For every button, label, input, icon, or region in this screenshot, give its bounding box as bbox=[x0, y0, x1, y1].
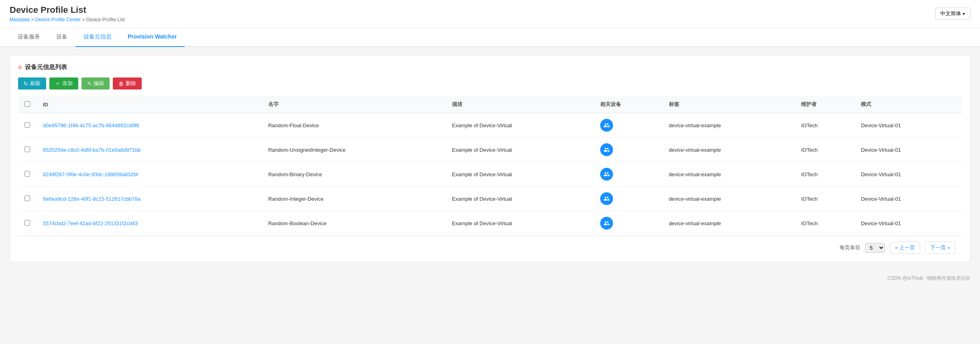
per-page-select[interactable]: 5 10 20 bbox=[865, 243, 885, 253]
next-page-button[interactable]: 下一页 » bbox=[925, 242, 956, 254]
row-checkbox-cell bbox=[18, 162, 37, 187]
row-model: Device-Virtual-01 bbox=[854, 162, 962, 187]
row-maintainer: IOTech bbox=[795, 187, 854, 211]
row-description: Example of Device-Virtual bbox=[446, 187, 594, 211]
tab-bar: 设备服务 设备 设备元信息 Provision Watcher bbox=[0, 28, 980, 47]
row-checkbox-cell bbox=[18, 113, 37, 138]
table-row: 8520256e-c8c0-4d6f-ba7b-01e0a8d971bb Ran… bbox=[18, 138, 962, 162]
row-model: Device-Virtual-01 bbox=[854, 211, 962, 236]
footer: CSDN @IoTHub · 物联网开源技术社区 bbox=[0, 270, 980, 287]
header-related-device: 相关设备 bbox=[594, 96, 662, 113]
row-checkbox-4[interactable] bbox=[24, 220, 30, 226]
row-checkbox-3[interactable] bbox=[24, 195, 30, 201]
related-device-icon-btn-3[interactable] bbox=[600, 192, 613, 205]
row-id: 6e6ea9cd-226e-40f1-8c15-512617cbb78a bbox=[37, 187, 262, 211]
page-title: Device Profile List bbox=[10, 5, 125, 15]
prev-page-button[interactable]: « 上一页 bbox=[890, 242, 920, 254]
breadcrumb-current: Device Profile List bbox=[86, 17, 125, 22]
header-description: 描述 bbox=[446, 96, 594, 113]
header-name: 名字 bbox=[262, 96, 446, 113]
row-checkbox-cell bbox=[18, 187, 37, 211]
language-button[interactable]: 中文简体 bbox=[935, 8, 970, 20]
main-content: ≡ 设备元信息列表 ↻ 刷新 ＋ 添加 ✎ 编辑 🗑 删除 bbox=[0, 47, 980, 270]
table-header-row: ID 名字 描述 相关设备 标签 维护者 模式 bbox=[18, 96, 962, 113]
refresh-icon: ↻ bbox=[24, 81, 28, 87]
related-device-icon-btn-1[interactable] bbox=[600, 143, 613, 156]
tab-device[interactable]: 设备 bbox=[48, 28, 75, 47]
row-id: 8249f287-5f0e-4c0e-93dc-188659a832bf bbox=[37, 162, 262, 187]
row-name: Random-Boolean-Device bbox=[262, 211, 446, 236]
edit-icon: ✎ bbox=[87, 81, 92, 87]
related-device-icon-btn-2[interactable] bbox=[600, 168, 613, 181]
title-area: Device Profile List Metadata > Device Pr… bbox=[10, 5, 125, 22]
users-icon bbox=[603, 147, 610, 153]
toolbar: ↻ 刷新 ＋ 添加 ✎ 编辑 🗑 删除 bbox=[18, 77, 962, 90]
row-description: Example of Device-Virtual bbox=[446, 113, 594, 138]
row-checkbox-cell bbox=[18, 138, 37, 162]
header-model: 模式 bbox=[854, 96, 962, 113]
related-device-icon-btn-4[interactable] bbox=[600, 217, 613, 230]
row-maintainer: IOTech bbox=[795, 162, 854, 187]
users-icon bbox=[603, 171, 610, 177]
breadcrumb-device-profile-center[interactable]: Device Profile Center bbox=[35, 17, 81, 22]
users-icon bbox=[603, 220, 610, 226]
table-row: 5574cbd2-7eef-42ad-8f22-251331f2cd43 Ran… bbox=[18, 211, 962, 236]
table-row: d0e95796-1f48-4c75-ac7b-864d892cd9f8 Ran… bbox=[18, 113, 962, 138]
device-profile-table: ID 名字 描述 相关设备 标签 维护者 模式 d0e95796-1f48-4c… bbox=[18, 96, 962, 236]
row-related-device bbox=[594, 113, 662, 138]
row-checkbox-cell bbox=[18, 211, 37, 236]
row-maintainer: IOTech bbox=[795, 211, 854, 236]
row-checkbox-2[interactable] bbox=[24, 171, 30, 177]
footer-text: CSDN @IoTHub · 物联网开源技术社区 bbox=[887, 275, 970, 281]
row-name: Random-Binary-Device bbox=[262, 162, 446, 187]
top-bar: Device Profile List Metadata > Device Pr… bbox=[0, 0, 980, 28]
row-related-device bbox=[594, 162, 662, 187]
row-related-device bbox=[594, 187, 662, 211]
header-id: ID bbox=[37, 96, 262, 113]
row-name: Random-Float-Device bbox=[262, 113, 446, 138]
breadcrumb-metadata[interactable]: Metadata bbox=[10, 17, 30, 22]
tab-device-meta[interactable]: 设备元信息 bbox=[75, 28, 120, 47]
row-tags: device-virtual-example bbox=[662, 162, 795, 187]
row-related-device bbox=[594, 211, 662, 236]
header-tags: 标签 bbox=[662, 96, 795, 113]
tab-provision-watcher[interactable]: Provision Watcher bbox=[120, 28, 185, 47]
row-tags: device-virtual-example bbox=[662, 113, 795, 138]
row-maintainer: IOTech bbox=[795, 113, 854, 138]
row-id: d0e95796-1f48-4c75-ac7b-864d892cd9f8 bbox=[37, 113, 262, 138]
table-row: 6e6ea9cd-226e-40f1-8c15-512617cbb78a Ran… bbox=[18, 187, 962, 211]
row-name: Random-UnsignedInteger-Device bbox=[262, 138, 446, 162]
header-maintainer: 维护者 bbox=[795, 96, 854, 113]
row-checkbox-0[interactable] bbox=[24, 122, 30, 128]
select-all-checkbox[interactable] bbox=[24, 101, 30, 107]
delete-button[interactable]: 🗑 删除 bbox=[113, 77, 142, 90]
row-model: Device-Virtual-01 bbox=[854, 113, 962, 138]
device-meta-card: ≡ 设备元信息列表 ↻ 刷新 ＋ 添加 ✎ 编辑 🗑 删除 bbox=[10, 55, 970, 262]
card-title-text: 设备元信息列表 bbox=[25, 63, 67, 71]
row-model: Device-Virtual-01 bbox=[854, 187, 962, 211]
table-row: 8249f287-5f0e-4c0e-93dc-188659a832bf Ran… bbox=[18, 162, 962, 187]
row-description: Example of Device-Virtual bbox=[446, 162, 594, 187]
row-tags: device-virtual-example bbox=[662, 187, 795, 211]
row-tags: device-virtual-example bbox=[662, 138, 795, 162]
row-description: Example of Device-Virtual bbox=[446, 211, 594, 236]
list-icon: ≡ bbox=[18, 64, 22, 71]
refresh-button[interactable]: ↻ 刷新 bbox=[18, 77, 46, 90]
row-id: 5574cbd2-7eef-42ad-8f22-251331f2cd43 bbox=[37, 211, 262, 236]
delete-icon: 🗑 bbox=[118, 81, 124, 87]
edit-button[interactable]: ✎ 编辑 bbox=[81, 77, 110, 90]
row-name: Random-Integer-Device bbox=[262, 187, 446, 211]
tab-device-service[interactable]: 设备服务 bbox=[10, 28, 48, 47]
row-tags: device-virtual-example bbox=[662, 211, 795, 236]
per-page-label: 每页条目 bbox=[839, 244, 860, 251]
users-icon bbox=[603, 195, 610, 202]
breadcrumb: Metadata > Device Profile Center > Devic… bbox=[10, 17, 125, 22]
add-button[interactable]: ＋ 添加 bbox=[49, 77, 78, 90]
header-checkbox-col bbox=[18, 96, 37, 113]
related-device-icon-btn-0[interactable] bbox=[600, 119, 613, 132]
row-description: Example of Device-Virtual bbox=[446, 138, 594, 162]
row-model: Device-Virtual-01 bbox=[854, 138, 962, 162]
row-checkbox-1[interactable] bbox=[24, 147, 30, 152]
card-title: ≡ 设备元信息列表 bbox=[18, 63, 962, 71]
row-id: 8520256e-c8c0-4d6f-ba7b-01e0a8d971bb bbox=[37, 138, 262, 162]
